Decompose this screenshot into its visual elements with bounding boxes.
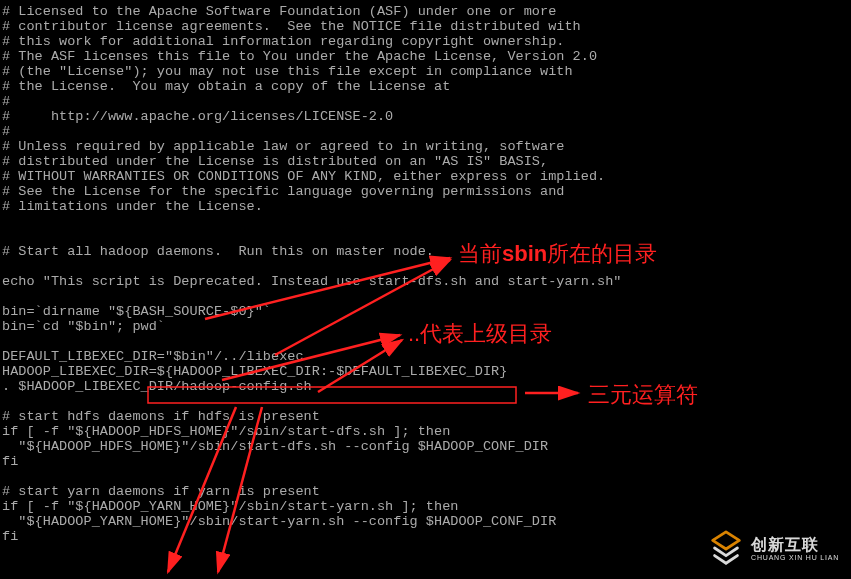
logo-text-cn: 创新互联	[751, 535, 839, 556]
logo-mark-icon	[707, 529, 745, 567]
watermark-logo: 创新互联 CHUANG XIN HU LIAN	[707, 529, 839, 567]
annotation-sbin-dir: 当前sbin所在的目录	[458, 239, 657, 269]
annotation-parent-dir: ..代表上级目录	[408, 319, 552, 349]
logo-text-en: CHUANG XIN HU LIAN	[751, 554, 839, 561]
shell-script-content: # Licensed to the Apache Software Founda…	[0, 0, 851, 544]
annotation-ternary: 三元运算符	[588, 380, 698, 410]
